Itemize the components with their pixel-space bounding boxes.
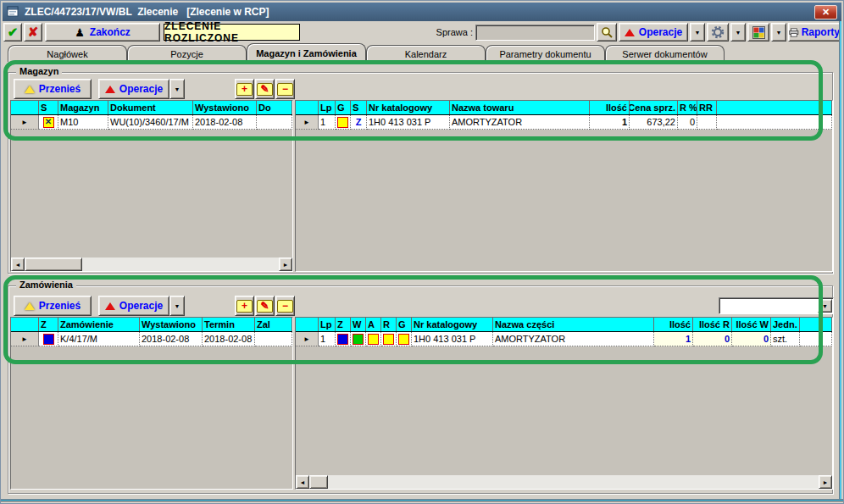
scroll-left-button[interactable]: ◄	[11, 258, 25, 271]
cell-termin: 2018-02-08	[203, 332, 255, 346]
magazyn-operations-button[interactable]: Operacje	[98, 79, 169, 99]
tab-label: Kalendarz	[405, 49, 447, 59]
magazyn-move-button[interactable]: Przenieś	[14, 79, 92, 99]
table-header-row: Lp Z W A R G Nr katalogowy Nazwa części …	[296, 318, 832, 332]
column-header: Z	[39, 318, 58, 331]
scroll-right-button[interactable]: ►	[819, 475, 832, 489]
row-pointer-icon: ►	[21, 335, 28, 343]
cell-nazwa-towaru: AMORTYZATOR	[450, 115, 590, 130]
column-header: S	[351, 101, 367, 114]
horizontal-scrollbar: ◄ ►	[11, 258, 292, 271]
zamowienia-move-button[interactable]: Przenieś	[14, 296, 92, 316]
scroll-right-icon: ►	[823, 479, 829, 485]
cell-magazyn: M10	[58, 115, 108, 130]
tab-parametry-dokumentu[interactable]: Parametry dokumentu	[486, 45, 605, 62]
table-row[interactable]: ► ✕ M10 WU(10)/3460/17/M 2018-02-08	[11, 115, 292, 130]
column-header: Cena sprz.	[630, 101, 678, 114]
add-record-icon: +	[236, 300, 253, 313]
tab-pozycje[interactable]: Pozycje	[127, 45, 247, 62]
scrollbar-thumb[interactable]	[309, 475, 328, 489]
zamowienia-operations-dropdown[interactable]: ▼	[169, 296, 185, 316]
table-row[interactable]: ► K/4/17/M 2018-02-08 2018-02-08	[11, 332, 292, 346]
chevron-down-icon: ▼	[175, 303, 180, 309]
chevron-down-icon: ▼	[695, 30, 701, 36]
cell-wystawiono: 2018-02-08	[193, 115, 257, 130]
cancel-button[interactable]: ✘	[24, 23, 42, 42]
cell-wystawiono: 2018-02-08	[140, 332, 203, 346]
cell-empty	[717, 115, 832, 130]
printer-icon	[789, 27, 799, 38]
zamowienia-add-button[interactable]: +	[235, 296, 254, 316]
zamowienia-group: Zamówienia Przenieś Operacje ▼ + ✎ − ▼ Z…	[8, 285, 833, 494]
z-flag-cell	[39, 332, 58, 346]
window-border-accent-right	[839, 21, 841, 500]
search-button[interactable]	[597, 23, 617, 42]
case-input[interactable]	[475, 25, 595, 41]
reports-button-label: Raporty	[802, 26, 840, 38]
zamowienia-delete-button[interactable]: −	[275, 296, 295, 316]
column-header: W	[351, 318, 366, 331]
titlebar: ZLEC/44723/17/VW/BL Zlecenie [Zlecenie w…	[3, 3, 841, 21]
column-header: Zamówienie	[58, 318, 140, 331]
table-header-row: Lp G S Nr katalogowy Nazwa towaru Ilość …	[296, 101, 832, 115]
scroll-left-icon: ◄	[300, 479, 306, 485]
status-flag-yellow	[398, 334, 409, 345]
column-header: Lp	[319, 101, 336, 114]
operations-dropdown-button[interactable]: ▼	[690, 23, 705, 42]
scroll-right-button[interactable]: ►	[279, 258, 292, 271]
table-empty-area	[296, 130, 832, 271]
scrollbar-thumb[interactable]	[25, 258, 82, 271]
cancel-icon: ✘	[28, 25, 39, 40]
zamowienia-edit-button[interactable]: ✎	[255, 296, 275, 316]
views-dropdown-button[interactable]: ▼	[771, 23, 786, 42]
confirm-button[interactable]: ✔	[3, 23, 22, 42]
cell-rr	[697, 115, 717, 130]
z-flag-cell	[336, 332, 351, 346]
tab-magazyn-i-zamowienia[interactable]: Magazyn i Zamówienia	[247, 43, 366, 62]
zamowienia-operations-button[interactable]: Operacje	[98, 296, 169, 316]
magazyn-delete-button[interactable]: −	[275, 79, 295, 99]
scroll-left-icon: ◄	[15, 262, 21, 268]
settings-button[interactable]	[707, 23, 729, 42]
table-row[interactable]: ► 1 Z 1H0 413 031 P AMORTYZATOR 1 673,22…	[296, 115, 832, 130]
zamowienia-filter-combobox[interactable]: ▼	[719, 297, 834, 314]
cell-jedn: szt.	[771, 332, 800, 346]
operations-button[interactable]: Operacje	[619, 23, 688, 42]
column-header: G	[336, 101, 351, 114]
column-header: R	[381, 318, 397, 331]
settings-dropdown-button[interactable]: ▼	[730, 23, 746, 42]
window-border-accent-bottom	[1, 499, 843, 501]
magazyn-items-table: Lp G S Nr katalogowy Nazwa towaru Ilość …	[295, 100, 833, 272]
magazyn-edit-button[interactable]: ✎	[255, 79, 275, 99]
scroll-left-button[interactable]: ◄	[296, 475, 309, 489]
cell-zamowienie: K/4/17/M	[58, 332, 140, 346]
combobox-dropdown-button[interactable]: ▼	[818, 299, 832, 313]
close-button[interactable]: ✕	[814, 5, 837, 19]
tab-kalendarz[interactable]: Kalendarz	[366, 45, 486, 62]
tab-serwer-dokumentow[interactable]: Serwer dokumentów	[605, 45, 725, 62]
tab-label: Pozycje	[170, 49, 203, 59]
cell-r-proc: 0	[678, 115, 697, 130]
row-pointer-icon: ►	[303, 335, 310, 343]
views-button[interactable]	[747, 23, 769, 42]
finish-button[interactable]: ♟ Zakończ	[45, 23, 160, 42]
tab-naglowek[interactable]: Nagłówek	[8, 45, 127, 62]
magazyn-operations-dropdown[interactable]: ▼	[169, 79, 185, 99]
column-header: R %	[678, 101, 697, 114]
scrollbar-track[interactable]	[328, 475, 819, 489]
delete-record-icon: −	[277, 300, 293, 313]
s-flag-cell: ✕	[39, 115, 58, 130]
column-header: Magazyn	[58, 101, 108, 114]
operations-button-label: Operacje	[639, 26, 682, 38]
scrollbar-track[interactable]	[82, 258, 279, 271]
cell-zal	[255, 332, 292, 346]
zamowienia-parts-table: Lp Z W A R G Nr katalogowy Nazwa części …	[295, 317, 833, 490]
row-pointer-icon: ►	[303, 119, 310, 126]
column-header	[296, 101, 319, 114]
reports-button[interactable]: Raporty	[788, 23, 841, 42]
magazyn-add-button[interactable]: +	[235, 79, 254, 99]
table-row[interactable]: ► 1 1H0 413 031 P AMORTYZATOR 1 0 0 szt.	[296, 332, 832, 346]
tab-label: Serwer dokumentów	[622, 49, 707, 59]
column-header: Ilość R	[693, 318, 732, 331]
table-empty-area	[11, 130, 292, 258]
